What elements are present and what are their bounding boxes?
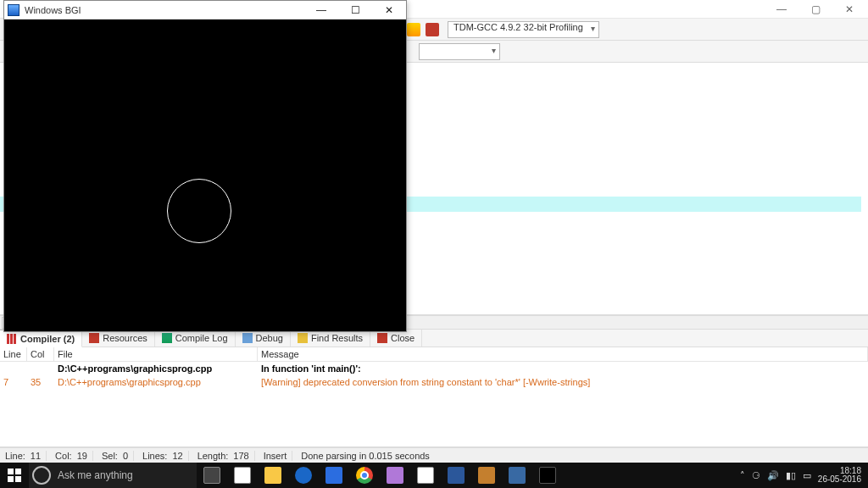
windows-icon [8, 469, 21, 482]
status-sel-label: Sel: [102, 451, 118, 461]
volume-icon[interactable]: 🔊 [767, 470, 779, 481]
close-tab-icon [377, 333, 387, 343]
bgi-window[interactable]: Windows BGI — ☐ ✕ [3, 0, 407, 332]
close-icon[interactable]: ✕ [832, 0, 866, 19]
clock[interactable]: 18:18 26-05-2016 [818, 467, 861, 485]
secondary-dropdown[interactable] [419, 43, 500, 60]
search-input[interactable]: Ask me anything [29, 463, 197, 488]
battery-icon[interactable]: ▮▯ [786, 470, 796, 481]
app-notepad[interactable] [410, 463, 441, 488]
table-row[interactable]: D:\C++programs\graphicsprog.cpp In funct… [0, 362, 868, 375]
tab-label: Resources [103, 333, 147, 343]
tab-label: Compile Log [175, 333, 228, 343]
tab-compile-log[interactable]: Compile Log [155, 330, 236, 347]
toolbar-icon-1[interactable] [407, 23, 420, 36]
app-console[interactable] [532, 463, 563, 488]
tab-resources[interactable]: Resources [82, 330, 155, 347]
clock-date: 26-05-2016 [818, 475, 861, 485]
wifi-icon[interactable]: ⚆ [752, 470, 760, 481]
tab-debug[interactable]: Debug [236, 330, 291, 347]
col-message: Message [258, 347, 868, 361]
col-col: Col [27, 347, 54, 361]
bgi-canvas [4, 19, 406, 331]
tab-label: Find Results [311, 333, 363, 343]
minimize-icon[interactable]: — [304, 1, 338, 19]
bgi-titlebar[interactable]: Windows BGI — ☐ ✕ [4, 1, 406, 19]
status-lines-value: 12 [172, 451, 182, 461]
status-bar: Line:11 Col:19 Sel:0 Lines:12 Length:178… [0, 447, 868, 463]
app-generic-1[interactable] [380, 463, 410, 488]
chevron-up-icon[interactable]: ˄ [740, 470, 745, 481]
svg-rect-3 [15, 476, 21, 482]
tab-label: Debug [256, 333, 283, 343]
app-generic-2[interactable] [471, 463, 502, 488]
tab-compiler[interactable]: Compiler (2) [0, 330, 82, 347]
svg-rect-0 [8, 469, 14, 474]
tab-label: Close [391, 333, 415, 343]
tab-label: Compiler (2) [20, 334, 75, 344]
minimize-icon[interactable]: — [765, 0, 798, 19]
toolbar-icon-2[interactable] [426, 23, 439, 36]
tab-close[interactable]: Close [370, 330, 422, 347]
grid-icon [7, 334, 17, 344]
status-line-label: Line: [5, 451, 25, 461]
status-lines-label: Lines: [142, 451, 167, 461]
compiler-table-header: Line Col File Message [0, 347, 868, 362]
maximize-icon[interactable]: ▢ [798, 0, 832, 19]
tab-find-results[interactable]: Find Results [291, 330, 370, 347]
status-length-value: 178 [233, 451, 248, 461]
app-explorer[interactable] [258, 463, 288, 488]
status-line-value: 11 [31, 451, 41, 461]
search-placeholder: Ask me anything [58, 469, 133, 481]
maximize-icon[interactable]: ☐ [338, 1, 372, 19]
window-title: Windows BGI [25, 5, 81, 15]
circle-shape [167, 179, 231, 243]
status-col-value: 19 [77, 451, 87, 461]
svg-rect-2 [8, 476, 14, 482]
status-parse: Done parsing in 0.015 seconds [301, 451, 430, 461]
task-view-button[interactable] [197, 463, 227, 488]
col-line: Line [0, 347, 27, 361]
app-chat[interactable] [227, 463, 258, 488]
app-devcpp[interactable] [502, 463, 532, 488]
start-button[interactable] [0, 463, 29, 488]
resources-icon [89, 333, 99, 343]
system-tray[interactable]: ˄ ⚆ 🔊 ▮▯ ▭ 18:18 26-05-2016 [733, 463, 868, 488]
cortana-icon [32, 466, 51, 485]
compiler-table: Line Col File Message D:\C++programs\gra… [0, 347, 868, 447]
taskbar-apps [197, 463, 563, 488]
svg-rect-1 [15, 469, 21, 474]
notification-icon[interactable]: ▭ [803, 470, 811, 481]
status-length-label: Length: [198, 451, 229, 461]
debug-icon [242, 333, 253, 343]
taskbar: Ask me anything ˄ ⚆ 🔊 ▮▯ ▭ 18:18 26-05-2… [0, 463, 868, 488]
log-icon [162, 333, 172, 343]
compiler-select[interactable]: TDM-GCC 4.9.2 32-bit Profiling [448, 21, 599, 38]
app-store[interactable] [319, 463, 349, 488]
status-sel-value: 0 [123, 451, 128, 461]
app-edge[interactable] [288, 463, 319, 488]
app-icon [8, 4, 19, 16]
col-file: File [54, 347, 258, 361]
app-word[interactable] [441, 463, 471, 488]
close-icon[interactable]: ✕ [372, 1, 406, 19]
find-icon [298, 333, 308, 343]
app-chrome[interactable] [349, 463, 380, 488]
status-col-label: Col: [55, 451, 72, 461]
table-row[interactable]: 7 35 D:\C++programs\graphicsprog.cpp [Wa… [0, 375, 868, 389]
status-mode: Insert [264, 451, 287, 461]
